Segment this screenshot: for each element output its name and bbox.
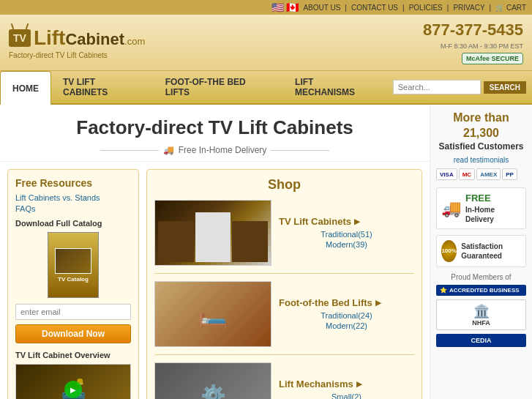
cabinet-display bbox=[155, 201, 271, 265]
search-input[interactable] bbox=[393, 80, 481, 94]
play-button[interactable]: ▶ bbox=[64, 381, 82, 398]
paypal-icon: PP bbox=[502, 168, 517, 180]
business-hours: M-F 8:30 AM - 9:30 PM EST bbox=[441, 42, 523, 50]
trust-title: More than 21,300 Satisfied Customers bbox=[436, 111, 526, 152]
bedlift-traditional-link[interactable]: Traditional(24) bbox=[279, 311, 414, 320]
catalog-thumbnail bbox=[55, 248, 91, 274]
cabinet-dark2 bbox=[232, 221, 268, 262]
bedlift-modern-link[interactable]: Modern(22) bbox=[279, 321, 414, 330]
flag-us-icon: 🇺🇸 bbox=[271, 1, 284, 13]
testimonials-link[interactable]: read testimonials bbox=[454, 156, 509, 164]
nhfa-icon: 🏛️ bbox=[440, 303, 522, 319]
in-home-delivery-label: In-Home Delivery bbox=[465, 205, 521, 224]
logo-cabinet: Cabinet bbox=[65, 30, 124, 49]
cart-icon[interactable]: 🛒 CART bbox=[495, 4, 526, 12]
cabinet-white bbox=[195, 212, 231, 262]
mechanism-category-name: Lift Mechanisms bbox=[279, 379, 353, 389]
bedlift-category-link[interactable]: Foot-of-the Bed Lifts ▶ bbox=[279, 297, 414, 308]
search-button[interactable]: SEARCH bbox=[484, 81, 526, 94]
satisfaction-icon: 100% bbox=[441, 240, 457, 262]
bbb-icon: ⭐ bbox=[440, 287, 447, 294]
logo-com: .com bbox=[124, 36, 145, 47]
nhfa-text: NHFA bbox=[440, 319, 522, 327]
free-delivery-label: FREE bbox=[465, 193, 521, 205]
privacy-link[interactable]: PRIVACY bbox=[453, 4, 484, 12]
trust-section: More than 21,300 Satisfied Customers rea… bbox=[436, 111, 526, 180]
payment-icons: VISA MC AMEX PP bbox=[436, 168, 526, 180]
tvlift-category-name: TV Lift Cabinets bbox=[279, 216, 351, 227]
mechanism-small-link[interactable]: Small(2) bbox=[279, 392, 414, 400]
free-delivery-text: FREE In-Home Delivery bbox=[465, 193, 521, 224]
tvlift-traditional-link[interactable]: Traditional(51) bbox=[279, 230, 414, 239]
catalog-label: TV Catalog bbox=[58, 276, 89, 283]
bed-icon: 🛏️ bbox=[198, 300, 228, 328]
tvlift-category-link[interactable]: TV Lift Cabinets ▶ bbox=[279, 216, 414, 227]
bedlift-category-image: 🛏️ bbox=[154, 281, 271, 347]
shop-title: Shop bbox=[154, 177, 414, 193]
amex-icon: AMEX bbox=[476, 168, 501, 180]
mcafee-badge: McAfee SECURE bbox=[462, 53, 523, 64]
email-field[interactable] bbox=[15, 304, 131, 320]
download-now-button[interactable]: Download Now bbox=[15, 324, 131, 343]
mechanism-icon: ⚙️ bbox=[201, 384, 226, 400]
tv-icon: TV bbox=[9, 29, 31, 47]
logo-area: TV Lift Cabinet .com Factory-direct TV L… bbox=[9, 26, 145, 59]
overview-title: TV Lift Cabinet Overview bbox=[15, 351, 131, 359]
catalog-image: TV Catalog bbox=[48, 232, 99, 298]
free-resources-box: Free Resources Lift Cabinets vs. Stands … bbox=[7, 169, 139, 399]
shop-area: Shop TV Lift Cabinets ▶ bbox=[146, 169, 422, 399]
faqs-link[interactable]: FAQs bbox=[15, 204, 131, 213]
mechanism-category-image: ⚙️ bbox=[154, 362, 271, 399]
nav-bed-lifts[interactable]: FOOT-OF-THE BED LIFTS bbox=[154, 71, 283, 103]
free-resources-title: Free Resources bbox=[15, 177, 131, 189]
nav-home[interactable]: HOME bbox=[0, 71, 51, 105]
logo-text: Lift Cabinet .com bbox=[34, 26, 145, 50]
phone-number[interactable]: 877-377-5435 bbox=[423, 20, 523, 40]
main-content: Factory-direct TV Lift Cabinets 🚚 Free I… bbox=[0, 105, 532, 399]
members-title: Proud Members of bbox=[436, 273, 526, 281]
cedia-badge: CEDIA bbox=[436, 334, 526, 347]
contact-us-link[interactable]: CONTACT US bbox=[351, 4, 398, 12]
logo-lift: Lift bbox=[34, 26, 66, 50]
delivery-badge: 🚚 Free In-Home Delivery bbox=[15, 145, 415, 155]
delivery-text: Free In-Home Delivery bbox=[179, 145, 267, 155]
right-sidebar: More than 21,300 Satisfied Customers rea… bbox=[430, 105, 532, 399]
download-catalog-label: Download Full Catalog bbox=[15, 219, 131, 228]
two-col-layout: Free Resources Lift Cabinets vs. Stands … bbox=[0, 162, 430, 399]
page-title: Factory-direct TV Lift Cabinets bbox=[15, 116, 415, 139]
lift-cabinets-vs-stands-link[interactable]: Lift Cabinets vs. Stands bbox=[15, 193, 131, 202]
flags: 🇺🇸 🇨🇦 bbox=[271, 1, 299, 13]
nav-tv-lift-cabinets[interactable]: TV LIFT CABINETS bbox=[51, 71, 154, 103]
tvlift-category-image bbox=[154, 200, 271, 266]
header: TV Lift Cabinet .com Factory-direct TV L… bbox=[0, 15, 532, 71]
bedlift-category-info: Foot-of-the Bed Lifts ▶ Traditional(24) … bbox=[279, 297, 414, 332]
bbb-badge: ⭐ ACCREDITED BUSINESS bbox=[436, 285, 526, 296]
mechanism-category-link[interactable]: Lift Mechanisms ▶ bbox=[279, 379, 414, 389]
bbb-label: ACCREDITED BUSINESS bbox=[449, 287, 520, 294]
left-sidebar: Free Resources Lift Cabinets vs. Stands … bbox=[7, 169, 139, 399]
divider-left bbox=[100, 150, 159, 151]
free-delivery-box: 🚚 FREE In-Home Delivery bbox=[436, 187, 526, 229]
policies-link[interactable]: POLICIES bbox=[409, 4, 443, 12]
trust-label: Satisfied Customers bbox=[438, 141, 523, 152]
mechanism-category-info: Lift Mechanisms ▶ Small(2) Large(3) bbox=[279, 379, 414, 400]
tvlift-arrow-icon: ▶ bbox=[354, 217, 360, 225]
visa-icon: VISA bbox=[436, 168, 457, 180]
tvlift-modern-link[interactable]: Modern(39) bbox=[279, 240, 414, 249]
nav-lift-mechanisms[interactable]: LIFT MECHANISMS bbox=[283, 71, 387, 103]
truck-benefit-icon: 🚚 bbox=[441, 199, 461, 218]
mechanism-arrow-icon: ▶ bbox=[356, 380, 362, 388]
mastercard-icon: MC bbox=[459, 168, 475, 180]
shop-category-mechanism: ⚙️ Lift Mechanisms ▶ Small(2) Large(3) bbox=[154, 362, 414, 399]
bedlift-category-name: Foot-of-the Bed Lifts bbox=[279, 297, 372, 308]
nhfa-badge: 🏛️ NHFA bbox=[436, 299, 526, 330]
mechanism-display: ⚙️ bbox=[155, 363, 271, 399]
trust-number: More than 21,300 bbox=[453, 111, 509, 139]
about-us-link[interactable]: ABOUT US bbox=[303, 4, 340, 12]
bed-display: 🛏️ bbox=[155, 282, 271, 346]
overview-image[interactable]: 🛋️ ▶ bbox=[15, 364, 131, 399]
truck-icon: 🚚 bbox=[163, 145, 174, 155]
content-area: Factory-direct TV Lift Cabinets 🚚 Free I… bbox=[0, 105, 430, 399]
nav-search-area: SEARCH bbox=[387, 71, 532, 103]
nav-bar: HOME TV LIFT CABINETS FOOT-OF-THE BED LI… bbox=[0, 71, 532, 105]
